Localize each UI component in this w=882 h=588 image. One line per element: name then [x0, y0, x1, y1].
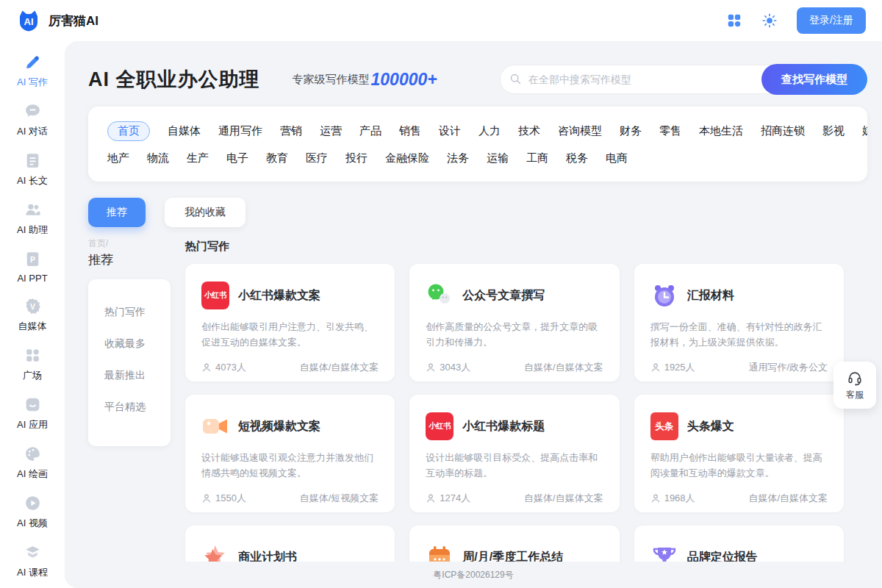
card-category: 自媒体/自媒体文案: [524, 361, 603, 374]
tab-film[interactable]: 影视: [822, 124, 845, 138]
user-count: 1925人: [650, 361, 695, 374]
model-card[interactable]: 公众号文章撰写 创作高质量的公众号文章，提升文章的吸引力和传播力。 3043人 …: [409, 264, 619, 381]
wechat-icon: [426, 282, 453, 309]
tab-home[interactable]: 首页: [107, 121, 150, 141]
tab-tech[interactable]: 技术: [518, 124, 540, 138]
sidebar-item-ai-assistant[interactable]: AI 助理: [0, 201, 65, 237]
card-title: 头条爆文: [687, 419, 734, 434]
breadcrumb-home[interactable]: 首页/: [88, 237, 171, 250]
icp-footer: 粤ICP备20026129号: [65, 562, 882, 588]
sidebar-item-label: AI 绘画: [17, 467, 48, 481]
grid-dots-icon: [24, 346, 42, 365]
tab-transport[interactable]: 运输: [487, 151, 509, 165]
theme-sun-icon[interactable]: [761, 12, 778, 29]
sidebar-item-plaza[interactable]: 广场: [0, 346, 65, 382]
tab-local-life[interactable]: 本地生活: [699, 124, 743, 138]
tab-real-estate[interactable]: 地产: [107, 151, 129, 165]
sort-platform-picks[interactable]: 平台精选: [104, 401, 171, 414]
xiaohongshu-icon: 小红书: [201, 282, 229, 309]
model-card[interactable]: 头条 头条爆文 帮助用户创作出能够吸引大量读者、提高阅读量和互动率的爆款文章。 …: [634, 395, 844, 512]
sort-newest[interactable]: 最新推出: [104, 369, 171, 382]
tab-hr[interactable]: 人力: [478, 124, 501, 138]
tab-consulting[interactable]: 咨询模型: [558, 124, 602, 138]
document-icon: [24, 151, 42, 170]
sidebar-item-ai-apps[interactable]: AI 应用: [0, 395, 65, 431]
person-icon: [426, 362, 436, 373]
tab-logistics[interactable]: 物流: [147, 151, 169, 165]
tab-ecommerce[interactable]: 电商: [606, 151, 628, 165]
xiaohongshu-icon: 小红书: [426, 412, 453, 440]
user-count: 1968人: [650, 492, 695, 505]
tab-franchise[interactable]: 招商连锁: [761, 124, 805, 138]
tab-media[interactable]: 媒体: [862, 124, 867, 138]
customer-service-label: 客服: [846, 389, 864, 401]
sidebar-item-self-media[interactable]: V 自媒体: [0, 297, 65, 333]
search-bar: 查找写作模型: [500, 64, 867, 95]
ppt-file-icon: P: [24, 250, 42, 268]
tab-education[interactable]: 教育: [266, 151, 288, 165]
tab-marketing[interactable]: 营销: [280, 124, 302, 138]
tab-design[interactable]: 设计: [439, 124, 461, 138]
tab-retail[interactable]: 零售: [659, 124, 681, 138]
app-smile-icon: [24, 395, 42, 414]
sort-menu: 热门写作 收藏最多 最新推出 平台精选: [88, 279, 171, 446]
sidebar-item-ai-writing[interactable]: AI 写作: [0, 53, 65, 89]
card-category: 自媒体/短视频文案: [300, 492, 379, 505]
sidebar-item-ai-course[interactable]: AI 课程: [0, 543, 65, 579]
sidebar-item-ai-longform[interactable]: AI 长文: [0, 151, 65, 187]
user-count: 1550人: [201, 492, 246, 505]
sidebar-item-label: AI 应用: [17, 418, 48, 431]
sidebar-item-ai-ppt[interactable]: P AI PPT: [0, 250, 65, 284]
my-favorites-button[interactable]: 我的收藏: [165, 198, 245, 227]
tab-sales[interactable]: 销售: [399, 124, 421, 138]
left-sidebar: AI 写作 AI 对话 AI 长文 AI 助理 P AI PPT V 自媒体: [0, 41, 65, 588]
model-count-label: 专家级写作模型: [293, 73, 370, 87]
tab-finance[interactable]: 财务: [620, 124, 642, 138]
tab-product[interactable]: 产品: [359, 124, 381, 138]
tab-tax[interactable]: 税务: [566, 151, 588, 165]
customer-service-button[interactable]: 客服: [833, 362, 876, 409]
sidebar-item-label: AI 课程: [17, 566, 48, 579]
sidebar-item-ai-painting[interactable]: AI 绘画: [0, 445, 65, 481]
tab-legal[interactable]: 法务: [447, 151, 469, 165]
brand-logo-cat-icon: AI: [16, 9, 41, 32]
tab-manufacturing[interactable]: 生产: [187, 151, 209, 165]
card-description: 设计能够迅速吸引观众注意力并激发他们情感共鸣的短视频文案。: [201, 450, 379, 481]
card-category: 自媒体/自媒体文案: [300, 361, 379, 374]
tab-electronics[interactable]: 电子: [226, 151, 248, 165]
svg-text:P: P: [30, 256, 35, 264]
icp-number: 粤ICP备20026129号: [433, 569, 513, 581]
login-register-button[interactable]: 登录/注册: [797, 7, 866, 34]
model-card[interactable]: 小红书 小红书爆款标题 设计出能够吸引目标受众、提高点击率和互动率的标题。 12…: [409, 395, 619, 512]
sidebar-item-ai-chat[interactable]: AI 对话: [0, 102, 65, 138]
card-category: 自媒体/自媒体文案: [748, 492, 828, 505]
person-icon: [426, 493, 436, 503]
model-card[interactable]: 汇报材料 撰写一份全面、准确、有针对性的政务汇报材料，为上级决策提供依据。 19…: [634, 264, 844, 381]
category-tabs-panel: 首页 自媒体 通用写作 营销 运营 产品 销售 设计 人力 技术 咨询模型 财务…: [88, 107, 867, 182]
tab-finance-insurance[interactable]: 金融保险: [385, 151, 429, 165]
card-title: 小红书爆款标题: [462, 419, 545, 434]
tab-medical[interactable]: 医疗: [306, 151, 328, 165]
card-category: 通用写作/政务公文: [748, 361, 828, 374]
model-card[interactable]: 小红书 小红书爆款文案 创作出能够吸引用户注意力、引发共鸣、促进互动的自媒体文案…: [185, 264, 395, 381]
chat-bubble-icon: [24, 102, 42, 121]
card-title: 小红书爆款文案: [238, 288, 320, 304]
tab-investment-banking[interactable]: 投行: [345, 151, 368, 165]
search-button[interactable]: 查找写作模型: [761, 64, 867, 95]
model-count-number: 100000+: [371, 70, 437, 90]
model-card[interactable]: 短视频爆款文案 设计能够迅速吸引观众注意力并激发他们情感共鸣的短视频文案。 15…: [185, 395, 395, 512]
tab-business-registration[interactable]: 工商: [526, 151, 548, 165]
recommend-button[interactable]: 推荐: [88, 198, 146, 227]
sort-most-favorited[interactable]: 收藏最多: [104, 337, 171, 351]
top-navbar: AI 厉害猫AI 登录/注册: [0, 0, 882, 41]
tab-self-media[interactable]: 自媒体: [168, 124, 201, 138]
apps-grid-icon[interactable]: [726, 12, 742, 29]
section-title: 热门写作: [185, 240, 844, 254]
tab-operations[interactable]: 运营: [320, 124, 342, 138]
app-window: AI 厉害猫AI 登录/注册 AI 写作 AI 对话 AI 长文: [0, 0, 882, 588]
brand-name: 厉害猫AI: [49, 12, 98, 29]
card-description: 设计出能够吸引目标受众、提高点击率和互动率的标题。: [426, 450, 603, 481]
sort-hot-writing[interactable]: 热门写作: [104, 306, 171, 319]
sidebar-item-ai-video[interactable]: AI 视频: [0, 494, 65, 530]
tab-general-writing[interactable]: 通用写作: [218, 124, 262, 138]
